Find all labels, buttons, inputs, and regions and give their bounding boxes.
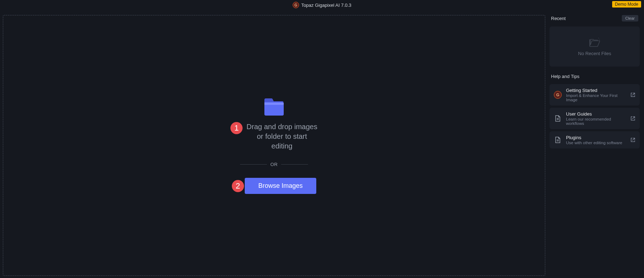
title-bar: G Topaz Gigapixel AI 7.0.3 Demo Mode [0,0,644,10]
drop-zone[interactable]: 1 Drag and drop images or folder to star… [3,15,545,276]
help-item-desc: Learn our recommended workflows [566,117,626,126]
recent-header: Recent Clear [550,15,640,21]
folder-open-icon [589,37,600,47]
help-header: Help and Tips [550,74,640,79]
app-logo-icon: G [554,91,562,99]
help-item-title: Plugins [566,135,626,140]
external-link-icon [630,137,635,142]
app-logo-icon: G [293,2,299,8]
help-item-getting-started[interactable]: G Getting Started Import & Enhance Your … [550,84,640,106]
svg-rect-0 [264,103,284,105]
help-item-desc: Import & Enhance Your First Image [566,93,626,102]
help-item-desc: Use with other editing software [566,141,626,145]
recent-files-box: No Recent Files [550,26,640,67]
svg-point-3 [598,38,599,38]
clear-recent-button[interactable]: Clear [622,15,638,21]
document-icon [555,136,561,143]
browse-images-button[interactable]: Browse Images [245,178,316,194]
step-2-badge: 2 [232,180,244,192]
step-1-row: 1 Drag and drop images or folder to star… [230,122,318,151]
external-link-icon [630,92,635,97]
help-list: G Getting Started Import & Enhance Your … [550,84,640,148]
drag-drop-text: Drag and drop images or folder to start … [246,122,318,151]
demo-mode-badge: Demo Mode [612,1,641,8]
divider-or-label: OR [270,162,278,167]
title-center: G Topaz Gigapixel AI 7.0.3 [293,2,351,8]
divider: OR [240,162,308,167]
sidebar: Recent Clear No Recent Files Help and Ti… [547,10,644,278]
recent-title: Recent [551,16,566,21]
step-2-row: 2 Browse Images [232,178,316,194]
external-link-icon [630,116,635,121]
help-title: Help and Tips [551,74,580,79]
help-item-title: User Guides [566,111,626,117]
help-item-plugins[interactable]: Plugins Use with other editing software [550,131,640,148]
help-item-title: Getting Started [566,88,626,93]
svg-point-2 [599,40,600,40]
svg-point-1 [599,39,599,39]
app-title: Topaz Gigapixel AI 7.0.3 [301,3,351,8]
drop-zone-wrapper: 1 Drag and drop images or folder to star… [0,10,547,278]
folder-icon [264,97,284,116]
help-item-user-guides[interactable]: User Guides Learn our recommended workfl… [550,108,640,129]
no-recent-text: No Recent Files [578,51,611,56]
step-1-badge: 1 [230,122,243,134]
document-icon [555,115,561,122]
